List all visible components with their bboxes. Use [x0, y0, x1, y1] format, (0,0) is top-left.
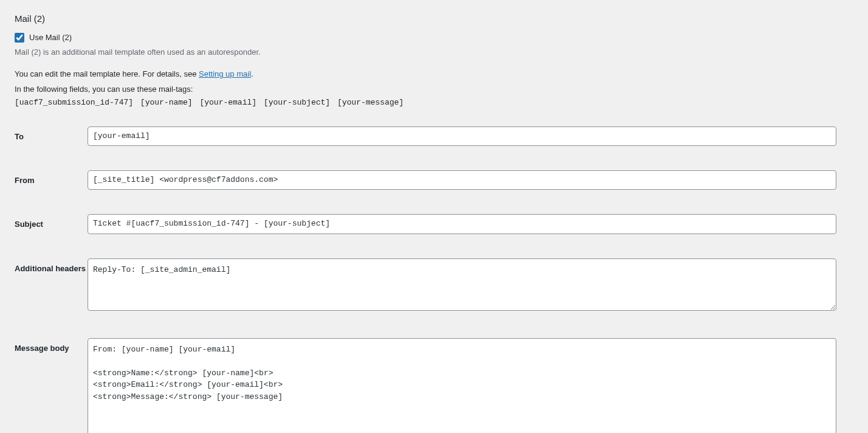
subject-input[interactable]: [88, 214, 836, 234]
mail-tags-list: [uacf7_submission_id-747] [your-name] [y…: [15, 97, 836, 108]
additional-headers-textarea[interactable]: [88, 258, 836, 311]
to-input[interactable]: [88, 126, 836, 146]
mail2-title: Mail (2): [15, 12, 836, 25]
help-text-suffix: .: [251, 69, 253, 78]
mail-tags-intro: In the following fields, you can use the…: [15, 84, 836, 95]
additional-headers-label: Additional headers: [15, 258, 88, 274]
to-label: To: [15, 126, 88, 142]
use-mail2-label: Use Mail (2): [29, 32, 72, 43]
subject-label: Subject: [15, 214, 88, 230]
setting-up-mail-link[interactable]: Setting up mail: [199, 69, 251, 78]
use-mail2-checkbox[interactable]: [15, 33, 24, 43]
message-body-label: Message body: [15, 338, 88, 354]
mail2-help-text: You can edit the mail template here. For…: [15, 69, 836, 80]
message-body-textarea[interactable]: [88, 338, 836, 433]
mail2-description: Mail (2) is an additional mail template …: [15, 47, 836, 58]
help-text-prefix: You can edit the mail template here. For…: [15, 69, 199, 78]
from-input[interactable]: [88, 170, 836, 190]
from-label: From: [15, 170, 88, 186]
